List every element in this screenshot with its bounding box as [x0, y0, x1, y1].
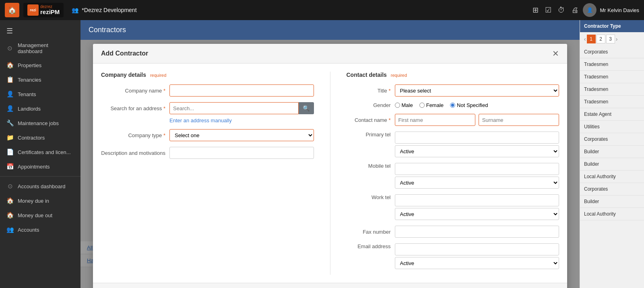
- dashboard-icon: ⊙: [6, 45, 14, 52]
- company-name-input[interactable]: [169, 84, 314, 97]
- right-sidebar-filter-item[interactable]: Corporates: [580, 133, 644, 146]
- sidebar-item-maintenance-jobs[interactable]: 🔧 Maintenance jobs: [0, 116, 80, 130]
- mobile-tel-status-select[interactable]: Active: [395, 177, 559, 189]
- tenancies-icon: 📋: [6, 76, 14, 83]
- sidebar-item-label: Tenants: [18, 91, 36, 97]
- work-tel-group: Active: [395, 194, 559, 220]
- modal-title: Add Contractor: [101, 50, 148, 57]
- right-sidebar-filter-item[interactable]: Corporates: [580, 183, 644, 195]
- gender-label: Gender: [347, 102, 391, 108]
- company-type-select[interactable]: Select one: [169, 129, 314, 141]
- gender-male-option[interactable]: Male: [395, 102, 413, 108]
- enter-address-manually-link[interactable]: Enter an address manually: [169, 117, 232, 123]
- gender-not-specified-radio[interactable]: [450, 103, 455, 108]
- modal-overlay: Add Contractor ✕ Company details require…: [80, 40, 580, 288]
- first-name-input[interactable]: [395, 114, 475, 126]
- gender-not-specified-option[interactable]: Not Specified: [450, 102, 488, 108]
- fax-input[interactable]: [395, 226, 559, 238]
- accounts-icon: 👥: [6, 226, 14, 233]
- sidebar-item-certificates[interactable]: 📄 Certificates and licen...: [0, 145, 80, 159]
- work-tel-status-select[interactable]: Active: [395, 208, 559, 220]
- check-icon[interactable]: ☑: [545, 6, 551, 14]
- company-details-title: Company details required: [101, 72, 314, 78]
- search-icon: 🔍: [303, 105, 310, 111]
- right-sidebar-filter-item[interactable]: Builder: [580, 195, 644, 208]
- right-sidebar: Contractor Type ‹ 1 2 3 › Corporates Tra…: [580, 20, 644, 288]
- sidebar-item-contractors[interactable]: 📁 Contractors: [0, 130, 80, 145]
- right-sidebar-filter-item[interactable]: Local Authority: [580, 171, 644, 183]
- clock-icon[interactable]: ⏱: [558, 6, 565, 14]
- sidebar-item-label: Appointments: [18, 164, 50, 170]
- contact-details-section: Contact details required Title *: [347, 72, 559, 275]
- tenants-icon: 👤: [6, 91, 14, 98]
- address-search-input[interactable]: [169, 102, 299, 114]
- title-select[interactable]: Please select: [395, 84, 559, 97]
- primary-tel-row: Primary tel Active: [347, 132, 559, 157]
- sidebar-item-management-dashboard[interactable]: ⊙ Management dashboard: [0, 39, 80, 58]
- sidebar-hamburger[interactable]: ☰: [0, 23, 80, 39]
- modal-divider: [330, 72, 330, 275]
- sidebar-item-label: Accounts: [18, 227, 39, 233]
- topbar-icons: ⊞ ☑ ⏱ 🖨: [533, 6, 579, 14]
- main-layout: ☰ ⊙ Management dashboard 🏠 Properties 📋 …: [0, 20, 644, 288]
- next-page-button[interactable]: ›: [616, 36, 618, 42]
- surname-input[interactable]: [479, 114, 559, 126]
- email-status-select[interactable]: Active: [395, 257, 559, 269]
- page-2-button[interactable]: 2: [597, 35, 605, 43]
- right-sidebar-filter-item[interactable]: Corporates: [580, 46, 644, 58]
- right-sidebar-filter-item[interactable]: Tradesmen: [580, 58, 644, 71]
- primary-tel-status-select[interactable]: Active: [395, 145, 559, 157]
- work-tel-input[interactable]: [395, 194, 559, 206]
- gender-female-radio[interactable]: [419, 103, 425, 108]
- sidebar-item-appointments[interactable]: 📅 Appointments: [0, 159, 80, 174]
- right-sidebar-filter-item[interactable]: Tradesmen: [580, 71, 644, 83]
- money-in-icon: 🏠: [6, 197, 14, 204]
- certificates-icon: 📄: [6, 148, 14, 156]
- fax-label: Fax number: [347, 229, 391, 235]
- email-row: Email address Active: [347, 243, 559, 269]
- right-sidebar-filter-item[interactable]: Local Authority: [580, 208, 644, 220]
- home-button[interactable]: 🏠: [5, 3, 19, 17]
- right-sidebar-filter-item[interactable]: Tradesmen: [580, 96, 644, 108]
- sidebar-item-landlords[interactable]: 👤 Landlords: [0, 101, 80, 116]
- contractors-icon: 📁: [6, 134, 14, 141]
- address-search-button[interactable]: 🔍: [299, 102, 314, 114]
- mobile-tel-label: Mobile tel: [347, 163, 391, 169]
- email-input[interactable]: [395, 243, 559, 255]
- gender-male-radio[interactable]: [395, 103, 400, 108]
- modal-body: Company details required Company name *: [93, 64, 567, 283]
- right-sidebar-filter-item[interactable]: Tradesmen: [580, 83, 644, 96]
- sidebar-item-tenants[interactable]: 👤 Tenants: [0, 87, 80, 101]
- right-sidebar-filter-item[interactable]: Utilities: [580, 121, 644, 133]
- sidebar-item-accounts[interactable]: 👥 Accounts: [0, 222, 80, 237]
- prev-page-button[interactable]: ‹: [584, 36, 586, 42]
- sidebar-item-label: Maintenance jobs: [18, 120, 59, 126]
- primary-tel-input[interactable]: [395, 132, 559, 144]
- print-icon[interactable]: 🖨: [572, 6, 579, 14]
- appointments-icon: 📅: [6, 163, 14, 170]
- modal-close-button[interactable]: ✕: [552, 49, 559, 58]
- grid-icon[interactable]: ⊞: [533, 6, 539, 14]
- sidebar-item-label: Management dashboard: [18, 42, 74, 54]
- rezi-icon-label: rezi: [30, 8, 36, 12]
- gender-female-option[interactable]: Female: [419, 102, 444, 108]
- sidebar-item-money-due-in[interactable]: 🏠 Money due in: [0, 193, 80, 208]
- sidebar-item-properties[interactable]: 🏠 Properties: [0, 58, 80, 72]
- pagination: ‹ 1 2 3 ›: [580, 32, 644, 46]
- email-label: Email address: [347, 243, 391, 249]
- sidebar-item-tenancies[interactable]: 📋 Tenancies: [0, 72, 80, 87]
- right-sidebar-filter-item[interactable]: Builder: [580, 146, 644, 158]
- content-area: Contractors Add Contractor Allen Lynch a…: [80, 20, 580, 288]
- right-sidebar-filter-item[interactable]: Estate Agent: [580, 108, 644, 121]
- page-header: Contractors: [80, 20, 580, 40]
- description-input[interactable]: [169, 147, 314, 159]
- primary-tel-label: Primary tel: [347, 132, 391, 138]
- sidebar-item-money-due-out[interactable]: 🏠 Money due out: [0, 208, 80, 222]
- mobile-tel-input[interactable]: [395, 163, 559, 175]
- mobile-tel-group: Active: [395, 163, 559, 189]
- sidebar-item-accounts-dashboard[interactable]: ⊙ Accounts dashboard: [0, 179, 80, 193]
- page-1-button[interactable]: 1: [587, 35, 596, 43]
- page-3-button[interactable]: 3: [606, 35, 615, 43]
- user-menu[interactable]: 👤 Mr Kelvin Davies: [583, 3, 639, 17]
- right-sidebar-filter-item[interactable]: Builder: [580, 158, 644, 171]
